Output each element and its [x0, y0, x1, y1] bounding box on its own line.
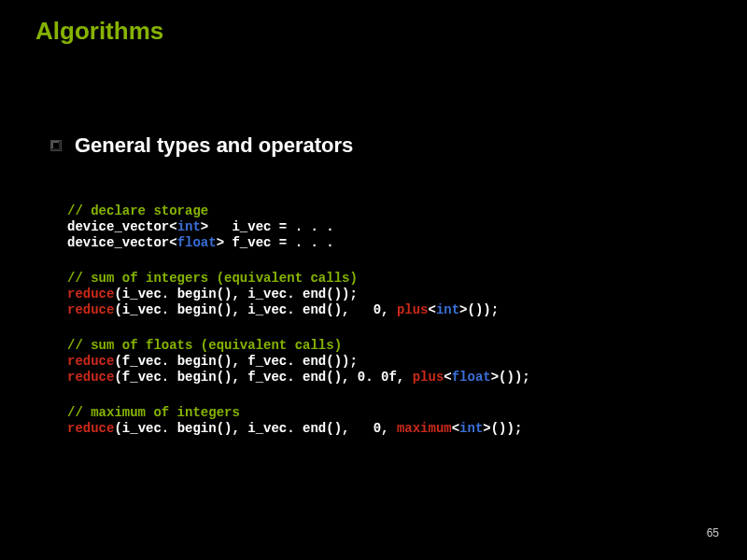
code-function: maximum [397, 421, 452, 436]
code-text: >()); [483, 421, 522, 436]
code-comment: // declare storage [67, 203, 208, 218]
code-text: < [444, 370, 451, 385]
code-comment: // sum of floats (equivalent calls) [67, 338, 342, 353]
bullet-icon [50, 140, 62, 151]
code-text: (i_vec. begin(), i_vec. end(), 0, [114, 421, 396, 436]
slide-subtitle: General types and operators [75, 133, 353, 158]
code-comment: // sum of integers (equivalent calls) [67, 271, 358, 286]
code-keyword: int [177, 219, 201, 234]
code-function: plus [397, 302, 429, 317]
code-text: (f_vec. begin(), f_vec. end()); [114, 354, 357, 369]
code-text: device_vector [67, 235, 169, 250]
code-text: (i_vec. begin(), i_vec. end(), 0, [114, 302, 396, 317]
code-function: reduce [67, 354, 114, 369]
code-function: reduce [67, 421, 114, 436]
code-text: > i_vec = . . . [201, 219, 334, 234]
code-text: < [452, 421, 459, 436]
code-text: < [428, 302, 435, 317]
slide-title: Algorithms [35, 17, 163, 46]
code-comment: // maximum of integers [67, 405, 240, 420]
code-text: device_vector [67, 219, 169, 234]
code-block-3: // sum of floats (equivalent calls) redu… [67, 338, 530, 385]
code-text: < [169, 219, 176, 234]
bullet-item: General types and operators [50, 133, 353, 158]
code-keyword: int [436, 302, 459, 317]
code-function: reduce [67, 302, 114, 317]
code-text: < [169, 235, 176, 250]
code-text: >()); [459, 302, 499, 317]
code-function: reduce [67, 287, 114, 301]
slide: Algorithms General types and operators /… [0, 0, 747, 560]
code-text: > f_vec = . . . [217, 235, 334, 250]
code-block-1: // declare storage device_vector<int> i_… [67, 203, 334, 251]
code-keyword: float [452, 370, 491, 385]
code-block-2: // sum of integers (equivalent calls) re… [67, 271, 499, 318]
code-text: >()); [491, 370, 530, 385]
code-text: (i_vec. begin(), i_vec. end()); [114, 287, 357, 301]
code-block-4: // maximum of integers reduce(i_vec. beg… [67, 405, 522, 437]
code-function: reduce [67, 370, 114, 385]
code-keyword: float [177, 235, 217, 250]
code-text: (f_vec. begin(), f_vec. end(), 0. 0f, [114, 370, 412, 385]
code-function: plus [413, 370, 444, 385]
code-keyword: int [459, 421, 483, 436]
page-number: 65 [707, 526, 719, 539]
